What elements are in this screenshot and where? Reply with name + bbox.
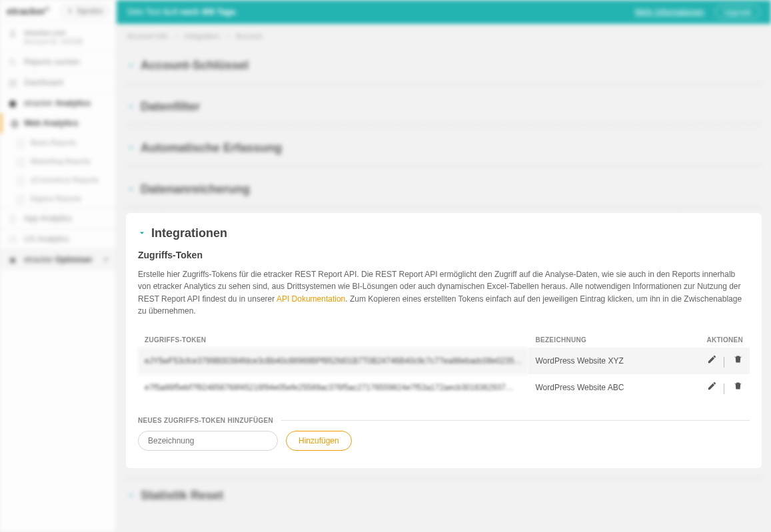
report-icon [16,139,25,148]
chevron-down-icon [138,229,146,237]
topbar: Dein Test läuft noch 306 Tage. Mehr Info… [117,0,771,24]
more-info-link[interactable]: Mehr Informationen [635,7,704,17]
sidebar-item-ecommerce[interactable]: eCommerce Reports [0,170,116,189]
section-head-datafilter[interactable]: Datenfilter [126,89,762,125]
sidebar-item-optimiser[interactable]: etracker Optimiser [0,249,116,270]
upgrade-button[interactable]: Upgrade [715,5,760,19]
svg-rect-2 [9,80,12,83]
account-name: etracker.com [24,28,109,37]
add-legend: NEUES ZUGRIFFS-TOKEN HINZUFÜGEN [138,417,273,424]
sidebar-item-ux[interactable]: UX Analytics [0,228,116,249]
th-label: BEZEICHNUNG [528,332,690,348]
sidebar-item-eigene[interactable]: Eigene Reports [0,189,116,208]
sidebar-label: Dashboard [24,78,63,87]
svg-rect-5 [13,84,16,87]
table-row: e7f5a86f5ebf7f924856768f45216f94e05efe25… [138,374,750,401]
svg-rect-4 [9,84,12,87]
add-label-input[interactable] [138,431,278,451]
add-button[interactable]: Hinzufügen [286,431,352,451]
report-icon [16,176,25,186]
optimiser-icon [8,256,17,265]
sidebar-item-web-analytics[interactable]: Web Analytics [0,113,116,133]
section-head-enrich[interactable]: Datenanreicherung [126,172,762,207]
signalize-button[interactable]: Signalize [61,5,109,17]
section-head-auto[interactable]: Automatische Erfassung [126,131,762,166]
delete-button[interactable] [733,354,743,364]
pencil-icon [707,354,717,364]
breadcrumb: Account Info → Integration → Account [117,24,771,48]
account-id: Account-ID: 192206 [24,37,109,46]
ux-icon [8,235,17,244]
svg-rect-3 [13,80,16,83]
svg-rect-12 [11,216,15,223]
separator [724,384,724,394]
edit-button[interactable] [707,381,717,391]
sidebar-label: Basis Reports [31,138,76,146]
report-icon [16,195,25,204]
section-title: Integrationen [151,226,227,240]
delete-button[interactable] [733,381,743,391]
search-block[interactable]: Reports suchen [0,51,116,72]
pencil-icon [707,381,717,391]
pin-icon [103,256,109,263]
signalize-icon [67,8,73,15]
table-row: eJY5wF53cfce3799B00384fdce3cBb40c88969BP… [138,348,750,374]
sidebar-label: Web Analytics [24,119,78,128]
token-label: WordPress Website XYZ [528,348,690,374]
sidebar-label: Marketing Reports [31,157,91,165]
chevron-right-icon [127,144,135,152]
svg-point-0 [9,60,14,65]
globe-icon [10,119,19,129]
section-integrationen: Integrationen Zugriffs-Token Erstelle hi… [126,213,762,468]
token-value[interactable]: eJY5wF53cfce3799B00384fdce3cBb40c88969BP… [138,348,528,374]
report-icon [16,158,25,167]
svg-point-6 [9,101,17,108]
signalize-label: Signalize [76,7,103,15]
sidebar-item-analytics[interactable]: etracker Analytics [0,93,116,113]
section-enrich: Datenanreicherung [126,172,762,208]
section-head-reset[interactable]: Statistik Reset [126,478,762,513]
section-title: Datenanreicherung [141,182,250,196]
search-placeholder: Reports suchen [24,57,80,67]
sidebar-label: App Analytics [24,214,72,223]
crumb-integration[interactable]: Integration [185,32,219,40]
sidebar-item-basis[interactable]: Basis Reports [0,133,116,152]
search-icon [8,58,17,67]
crumb-account[interactable]: Account [236,32,263,40]
sidebar-label: UX Analytics [24,234,69,244]
sidebar: etracker® Signalize etracker.com Account… [0,0,117,532]
section-head-integrationen[interactable]: Integrationen [138,226,750,250]
sidebar-item-marketing[interactable]: Marketing Reports [0,152,116,170]
chevron-right-icon [127,61,135,69]
api-doc-link[interactable]: API Dokumentation [277,294,345,304]
edit-button[interactable] [707,354,717,364]
svg-rect-11 [18,196,23,204]
section-auto: Automatische Erfassung [126,131,762,166]
mobile-icon [8,214,17,224]
section-title: Datenfilter [141,100,200,114]
trash-icon [733,381,743,391]
crumb-account-info[interactable]: Account Info [127,32,168,40]
analytics-icon [8,99,17,109]
section-title: Automatische Erfassung [141,141,282,155]
chevron-right-icon [127,491,135,499]
trash-icon [733,354,743,364]
th-token: ZUGRIFFS-TOKEN [138,332,528,348]
section-head-account-key[interactable]: Account-Schlüssel [126,48,762,83]
chevron-right-icon [127,103,135,111]
sidebar-item-app[interactable]: App Analytics [0,208,116,228]
svg-rect-9 [18,159,23,166]
sidebar-item-dashboard[interactable]: Dashboard [0,72,116,93]
svg-rect-8 [18,140,23,148]
account-block[interactable]: etracker.com Account-ID: 192206 [0,23,116,51]
sidebar-label: Eigene Reports [31,194,81,202]
add-token-section: NEUES ZUGRIFFS-TOKEN HINZUFÜGEN Hinzufüg… [138,417,750,451]
separator [724,357,724,368]
subsection-title: Zugriffs-Token [138,250,750,260]
th-actions: AKTIONEN [690,332,750,348]
token-value[interactable]: e7f5a86f5ebf7f924856768f45216f94e05efe25… [138,374,528,401]
section-reset: Statistik Reset [126,477,762,513]
section-datafilter: Datenfilter [126,89,762,125]
svg-rect-10 [18,178,23,185]
sidebar-label: eCommerce Reports [31,176,98,184]
